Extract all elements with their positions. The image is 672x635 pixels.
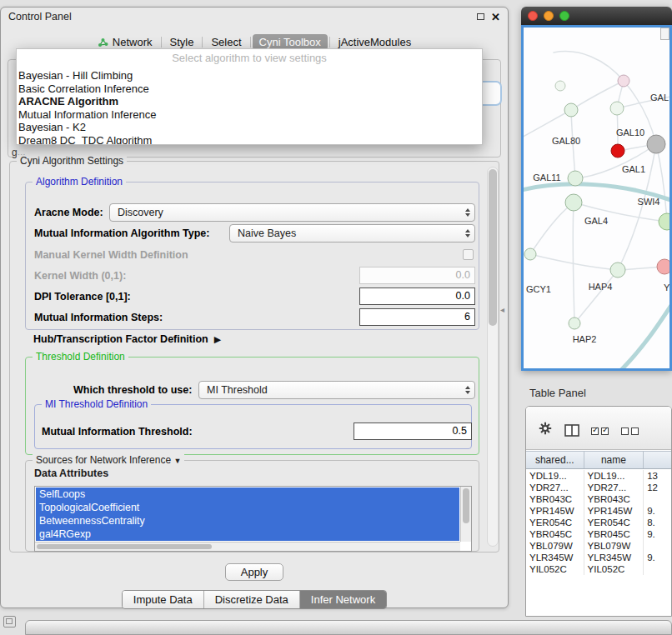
table-body: YDL19...YDL19...13YDR27...YDR27...12YBR0… [526, 470, 671, 616]
network-node[interactable] [555, 81, 565, 91]
table-row[interactable]: YBR045CYBR045C9. [526, 528, 671, 540]
table-column-header[interactable]: name [584, 452, 644, 468]
network-edge[interactable] [656, 144, 667, 222]
mi-threshold-field[interactable]: 0.5 [354, 422, 472, 440]
table-column-header[interactable]: shared... [526, 452, 584, 468]
algorithm-definition-title: Algorithm Definition [33, 176, 126, 188]
table-row[interactable]: YDR27...YDR27...12 [526, 482, 671, 493]
tab-infer-network[interactable]: Infer Network [299, 591, 386, 608]
gear-icon[interactable] [538, 421, 553, 436]
combo-arrows-icon [465, 229, 470, 238]
table-cell: YIL052C [584, 563, 644, 575]
traffic-light-minimize[interactable] [544, 11, 554, 21]
combo-arrows-icon [465, 208, 470, 217]
traffic-light-zoom[interactable] [559, 11, 569, 21]
table-row[interactable]: YBR043CYBR043C [526, 493, 671, 505]
column-selector-icon[interactable] [564, 424, 579, 437]
algorithm-option[interactable]: ARACNE Algorithm [17, 95, 482, 108]
network-node[interactable] [524, 248, 536, 260]
table-cell: 9. [644, 505, 671, 517]
select-all-icon[interactable] [591, 428, 609, 435]
settings-scrollbar-thumb[interactable] [489, 169, 497, 326]
close-window-icon[interactable]: ✕ [491, 12, 500, 22]
network-node[interactable] [565, 194, 582, 211]
control-panel-window: Control Panel ✕ Network Style Select Cyn… [0, 7, 509, 608]
table-row[interactable]: YLR345WYLR345W9. [526, 552, 671, 563]
network-node[interactable] [647, 135, 665, 153]
list-hscrollbar-thumb[interactable] [37, 544, 212, 549]
apply-button[interactable]: Apply [225, 563, 283, 581]
sources-title[interactable]: Sources for Network Inference ▼ [33, 454, 184, 466]
combo-arrows-icon [465, 386, 470, 394]
data-attribute-item[interactable]: gal4RGexp [36, 528, 459, 541]
network-node[interactable] [659, 213, 669, 230]
kernel-width-field[interactable]: 0.0 [359, 267, 475, 284]
splitter-arrow-icon[interactable]: ◂ [500, 305, 504, 314]
table-cell: 13 [644, 470, 671, 482]
mi-threshold-group-title: MI Threshold Definition [42, 398, 151, 410]
network-node-label: Y [664, 282, 669, 292]
minimized-window-icon[interactable] [3, 616, 16, 628]
float-window-icon[interactable] [477, 13, 484, 20]
network-edge[interactable] [574, 270, 618, 323]
traffic-light-close[interactable] [528, 11, 538, 21]
algorithm-option[interactable]: Dream8 DC_TDC Algorithm [17, 134, 482, 146]
algorithm-option[interactable]: Bayesian - K2 [17, 121, 482, 134]
network-node[interactable] [564, 103, 578, 117]
network-node[interactable] [610, 262, 625, 278]
table-row[interactable]: YBL079WYBL079W [526, 540, 671, 552]
desktop: Control Panel ✕ Network Style Select Cyn… [0, 0, 672, 635]
table-row[interactable]: YPR145WYPR145W9. [526, 505, 671, 517]
table-column-header[interactable] [644, 452, 671, 468]
network-node[interactable] [618, 75, 629, 87]
network-node[interactable] [569, 318, 580, 329]
data-attribute-item[interactable]: BetweennessCentrality [36, 514, 459, 528]
network-edge[interactable] [622, 299, 669, 368]
list-hscrollbar[interactable] [35, 542, 460, 551]
table-cell: YDR27... [526, 482, 584, 493]
network-titlebar[interactable] [521, 7, 672, 25]
table-cell: YDL19... [526, 470, 584, 482]
algorithm-option[interactable]: Basic Correlation Inference [17, 82, 482, 96]
network-node[interactable] [611, 144, 624, 158]
mi-threshold-label: Mutual Information Threshold: [42, 426, 193, 438]
aracne-mode-select[interactable]: Discovery [109, 203, 475, 222]
tab-discretize-data[interactable]: Discretize Data [203, 591, 299, 608]
which-threshold-select[interactable]: MI Threshold [198, 381, 475, 399]
mi-type-select[interactable]: Naive Bayes [229, 224, 475, 242]
dpi-tolerance-field[interactable]: 0.0 [359, 288, 475, 305]
hub-section-toggle[interactable]: Hub/Transcription Factor Definition ▶ [33, 333, 221, 345]
network-window: GAL80GAL10GAL1GAL11GAL4SWI4GCY1HAP4YGALH… [521, 7, 672, 371]
list-vscrollbar[interactable] [460, 487, 471, 542]
checkbox-checked-icon [591, 428, 599, 435]
table-row[interactable]: YER054CYER054C8. [526, 517, 671, 528]
network-node[interactable] [568, 171, 583, 186]
tab-impute-data[interactable]: Impute Data [123, 591, 203, 608]
table-cell: 9. [644, 552, 671, 563]
network-edge[interactable] [554, 52, 624, 81]
network-node-label: GAL11 [533, 172, 560, 182]
table-row[interactable]: YDL19...YDL19...13 [526, 470, 671, 482]
settings-scrollbar[interactable] [487, 167, 499, 547]
control-panel-titlebar[interactable]: Control Panel ✕ [1, 8, 508, 26]
table-cell: YBR043C [584, 493, 644, 505]
deselect-all-icon[interactable] [621, 428, 639, 435]
table-cell [644, 563, 671, 575]
table-cell: YBR043C [526, 493, 584, 505]
tab-separator [202, 37, 203, 48]
manual-kernel-checkbox[interactable] [463, 249, 474, 260]
algorithm-option[interactable]: Bayesian - Hill Climbing [17, 69, 482, 82]
data-attribute-item[interactable]: SelfLoops [36, 488, 459, 501]
network-node[interactable] [657, 259, 669, 274]
list-vscrollbar-thumb[interactable] [463, 488, 469, 523]
network-view-canvas[interactable]: GAL80GAL10GAL1GAL11GAL4SWI4GCY1HAP4YGALH… [524, 28, 669, 368]
mi-steps-field[interactable]: 6 [359, 308, 475, 326]
algorithm-option[interactable]: Mutual Information Inference [17, 108, 482, 122]
network-edge[interactable] [530, 202, 574, 254]
which-threshold-label: Which threshold to use: [73, 384, 192, 396]
data-attribute-item[interactable]: TopologicalCoefficient [36, 501, 459, 514]
table-cell: 9. [644, 528, 671, 540]
network-edge[interactable] [530, 254, 618, 270]
table-row[interactable]: YIL052CYIL052C [526, 563, 671, 575]
network-node[interactable] [610, 102, 624, 115]
